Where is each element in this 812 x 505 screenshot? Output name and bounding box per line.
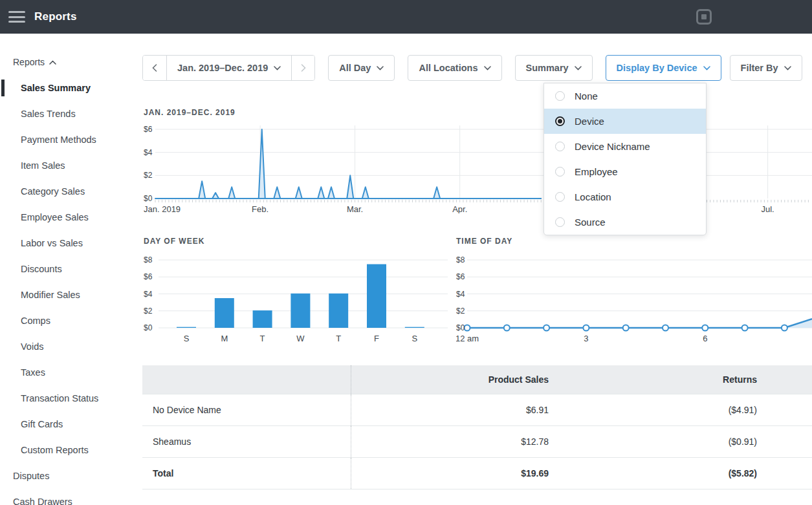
sidebar-item-label: Modifier Sales	[21, 290, 80, 300]
sidebar-item-label: Taxes	[21, 367, 45, 378]
svg-text:$2: $2	[456, 306, 465, 316]
column-header-returns: Returns	[563, 365, 771, 394]
display-by-dropdown: NoneDeviceDevice NicknameEmployeeLocatio…	[543, 83, 707, 235]
dropdown-option-employee[interactable]: Employee	[544, 159, 706, 184]
sidebar-item-label: Voids	[21, 341, 43, 352]
day-of-week-chart: $0$2$4$6$8SMTWTFS	[144, 252, 448, 343]
dropdown-option-label: Source	[575, 217, 606, 228]
column-header-product-sales: Product Sales	[351, 365, 563, 394]
sidebar-item-disputes[interactable]: Disputes	[0, 463, 142, 489]
dropdown-option-source[interactable]: Source	[544, 210, 706, 235]
sidebar-item-sales-summary[interactable]: Sales Summary	[0, 75, 142, 101]
svg-text:$6: $6	[144, 272, 153, 281]
chevron-down-icon	[484, 66, 491, 70]
svg-text:$6: $6	[456, 272, 465, 281]
dropdown-option-label: Device	[575, 116, 604, 127]
sidebar-item-discounts[interactable]: Discounts	[0, 256, 142, 282]
date-range-label: Jan. 2019–Dec. 2019	[177, 63, 268, 73]
next-period-button[interactable]	[291, 56, 314, 80]
sidebar-item-gift-cards[interactable]: Gift Cards	[0, 411, 142, 437]
sidebar-item-item-sales[interactable]: Item Sales	[0, 153, 142, 178]
chevron-down-icon	[703, 66, 710, 70]
sidebar-item-category-sales[interactable]: Category Sales	[0, 178, 142, 204]
report-toolbar: Jan. 2019–Dec. 2019 All Day All Location…	[142, 55, 802, 81]
table-row: No Device Name$6.91($4.91)	[142, 394, 812, 425]
svg-text:$4: $4	[456, 290, 465, 299]
svg-text:$0: $0	[144, 194, 153, 203]
line-chart-svg: $0$2$4$6$812 am36	[456, 252, 812, 343]
svg-text:Jul.: Jul.	[762, 204, 774, 213]
square-logo-icon[interactable]	[696, 9, 712, 25]
chart-title-time-of-day: TIME OF DAY	[456, 237, 512, 246]
summary-button[interactable]: Summary	[515, 55, 593, 81]
cell: ($4.91)	[563, 394, 771, 425]
dropdown-option-location[interactable]: Location	[544, 184, 706, 210]
dropdown-option-device-nickname[interactable]: Device Nickname	[544, 134, 706, 159]
cell: Sheamus	[142, 425, 351, 457]
sidebar-item-employee-sales[interactable]: Employee Sales	[0, 204, 142, 230]
cell: ($0.91)	[563, 425, 771, 457]
filter-by-button[interactable]: Filter By	[730, 55, 802, 81]
all-locations-label: All Locations	[419, 63, 477, 73]
sidebar-item-custom-reports[interactable]: Custom Reports	[0, 437, 142, 463]
sidebar-item-voids[interactable]: Voids	[0, 334, 142, 360]
chevron-up-icon	[49, 60, 56, 65]
date-range-button[interactable]: Jan. 2019–Dec. 2019	[167, 56, 291, 80]
dropdown-option-label: None	[575, 91, 598, 102]
svg-text:Jan. 2019: Jan. 2019	[144, 204, 181, 213]
sidebar-section-label: Reports	[13, 57, 45, 67]
sidebar-item-modifier-sales[interactable]: Modifier Sales	[0, 282, 142, 308]
chevron-down-icon	[377, 66, 384, 70]
cell: $12.78	[351, 425, 563, 457]
cell: Total	[142, 457, 351, 489]
cell: ($5.82)	[563, 457, 771, 489]
dropdown-option-none[interactable]: None	[544, 83, 706, 109]
svg-text:F: F	[374, 334, 379, 343]
all-locations-button[interactable]: All Locations	[408, 55, 501, 81]
dropdown-option-device[interactable]: Device	[544, 109, 706, 134]
reports-page: Reports Reports Sales SummarySales Trend…	[0, 0, 812, 505]
sidebar-item-label: Disputes	[13, 471, 49, 481]
sidebar-item-labor-vs-sales[interactable]: Labor vs Sales	[0, 230, 142, 256]
top-bar: Reports	[0, 0, 812, 34]
all-day-button[interactable]: All Day	[328, 55, 395, 81]
svg-text:3: 3	[584, 334, 588, 343]
svg-text:Mar.: Mar.	[347, 204, 363, 213]
svg-text:S: S	[411, 334, 417, 343]
svg-text:$6: $6	[144, 125, 153, 134]
radio-icon	[555, 167, 565, 177]
display-by-button[interactable]: Display By Device	[606, 55, 721, 81]
sidebar-item-cash-drawers[interactable]: Cash Drawers	[0, 489, 142, 505]
sidebar-nav: Sales SummarySales TrendsPayment Methods…	[0, 75, 142, 505]
svg-text:$2: $2	[144, 306, 153, 316]
time-of-day-chart: $0$2$4$6$812 am36	[456, 252, 812, 343]
svg-text:T: T	[260, 334, 265, 343]
column-header-empty	[142, 365, 351, 394]
svg-text:M: M	[221, 334, 228, 343]
sidebar-item-label: Sales Trends	[21, 109, 76, 119]
sidebar-item-transaction-status[interactable]: Transaction Status	[0, 385, 142, 411]
hamburger-bar	[8, 16, 25, 18]
chart-title-date-range: JAN. 2019–DEC. 2019	[144, 108, 236, 117]
hamburger-menu-icon[interactable]	[8, 11, 25, 23]
display-by-label: Display By Device	[617, 63, 697, 73]
sidebar-item-payment-methods[interactable]: Payment Methods	[0, 127, 142, 153]
sidebar-item-label: Labor vs Sales	[21, 238, 83, 248]
svg-text:S: S	[184, 334, 190, 343]
svg-text:Apr.: Apr.	[452, 204, 467, 213]
radio-icon	[555, 192, 565, 202]
sidebar-item-comps[interactable]: Comps	[0, 308, 142, 334]
sidebar-item-label: Employee Sales	[21, 212, 89, 222]
chevron-down-icon	[274, 66, 281, 70]
sidebar-item-label: Item Sales	[21, 160, 65, 171]
sidebar-item-taxes[interactable]: Taxes	[0, 360, 142, 385]
svg-text:$0: $0	[144, 323, 153, 332]
sidebar: Reports Sales SummarySales TrendsPayment…	[0, 34, 142, 505]
sidebar-item-sales-trends[interactable]: Sales Trends	[0, 101, 142, 127]
sidebar-section-reports[interactable]: Reports	[13, 57, 56, 67]
cell	[771, 394, 812, 425]
chevron-right-icon	[301, 64, 306, 72]
sidebar-item-label: Custom Reports	[21, 445, 89, 455]
prev-period-button[interactable]	[143, 56, 167, 80]
active-indicator	[1, 80, 5, 96]
